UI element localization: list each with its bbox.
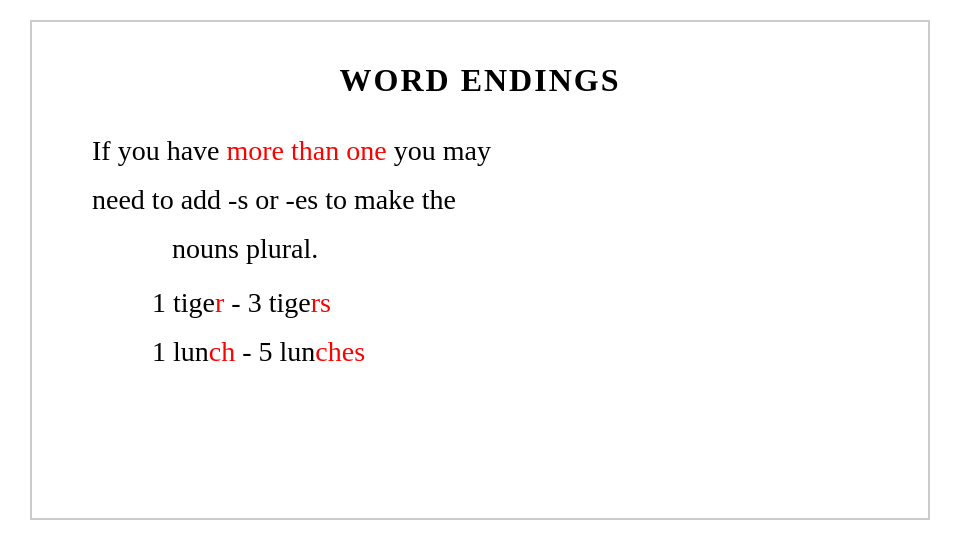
slide: WORD ENDINGS If you have more than one y… <box>30 20 930 520</box>
example2-ch-red: ch <box>209 336 235 367</box>
line2-text: need to add -s or -es to make the <box>92 184 456 215</box>
example2-lunch-black: 1 lun <box>152 336 209 367</box>
slide-title: WORD ENDINGS <box>92 62 868 99</box>
example2-dash: - <box>235 336 258 367</box>
line1: If you have more than one you may <box>92 129 868 174</box>
line3: nouns plural. <box>92 227 868 272</box>
example1-r-red: r <box>215 287 224 318</box>
line1-text-before: If you have <box>92 135 227 166</box>
example1-rs-red: rs <box>311 287 331 318</box>
example1: 1 tiger - 3 tigers <box>152 281 868 326</box>
examples: 1 tiger - 3 tigers 1 lunch - 5 lunches <box>152 281 868 375</box>
example2: 1 lunch - 5 lunches <box>152 330 868 375</box>
line1-text-after: you may <box>394 135 491 166</box>
example1-3-tigers-black: 3 tige <box>248 287 311 318</box>
example2-5-lun-black: 5 lun <box>259 336 316 367</box>
line1-red-one: one <box>346 135 386 166</box>
example1-dash: - <box>224 287 247 318</box>
slide-content: If you have more than one you may need t… <box>92 129 868 379</box>
example1-tiger: 1 tige <box>152 287 215 318</box>
line1-red-more-than: more than <box>227 135 340 166</box>
line2: need to add -s or -es to make the <box>92 178 868 223</box>
line3-text: nouns plural. <box>172 227 318 272</box>
example2-ches-red: ches <box>315 336 365 367</box>
